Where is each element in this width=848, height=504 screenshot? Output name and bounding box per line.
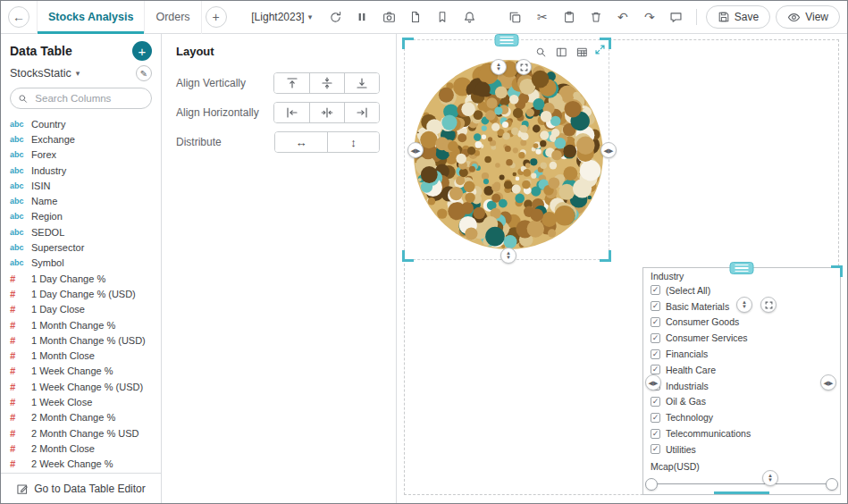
add-dashboard-button[interactable]: +: [206, 6, 227, 28]
column-item[interactable]: abc Exchange: [10, 131, 161, 147]
tab-orders[interactable]: Orders: [145, 1, 201, 34]
distribute-horizontally-button[interactable]: ↔: [275, 132, 327, 152]
mcap-slider-track[interactable]: [651, 483, 833, 484]
checkbox-checked[interactable]: ✓: [651, 429, 660, 439]
resize-right-handle[interactable]: ◀▶: [600, 142, 617, 158]
search-columns-input[interactable]: [33, 92, 144, 105]
move-vertical-handle[interactable]: ▲ ▼: [736, 297, 752, 313]
column-item[interactable]: # 1 Week Change % (USD): [10, 379, 161, 394]
panel-toggle-button[interactable]: [554, 45, 568, 59]
slider-max-thumb[interactable]: [826, 478, 838, 491]
bottom-resize-bar[interactable]: [714, 491, 769, 494]
column-item[interactable]: abc ISIN: [10, 178, 161, 193]
filter-item[interactable]: ✓ Health Care: [643, 362, 840, 378]
refresh-button[interactable]: [324, 6, 346, 28]
zoom-search-button[interactable]: [533, 45, 548, 59]
notifications-button[interactable]: [458, 6, 480, 28]
column-item[interactable]: # 2 Month Close: [10, 441, 161, 456]
checkbox-checked[interactable]: ✓: [651, 397, 660, 407]
filter-item[interactable]: ✓ Industrials: [643, 378, 840, 394]
paste-button[interactable]: [558, 6, 580, 28]
distribute-vertically-button[interactable]: ↕: [327, 132, 379, 152]
column-item[interactable]: abc Country: [10, 116, 161, 131]
align-left-button[interactable]: [274, 103, 309, 122]
checkbox-checked[interactable]: ✓: [651, 317, 660, 327]
save-button[interactable]: Save: [706, 5, 770, 29]
checkbox-checked[interactable]: ✓: [651, 413, 660, 423]
align-right-button[interactable]: [344, 103, 379, 122]
bubble-chart[interactable]: [405, 40, 610, 261]
comments-button[interactable]: [666, 6, 687, 28]
column-item[interactable]: # 1 Month Change % (USD): [10, 332, 161, 348]
column-item[interactable]: # 1 Day Close: [10, 302, 161, 317]
align-bottom-button[interactable]: [344, 73, 379, 93]
fit-to-frame-handle[interactable]: [516, 59, 532, 75]
view-button[interactable]: View: [776, 5, 840, 29]
column-item[interactable]: abc Forex: [10, 147, 161, 163]
align-top-button[interactable]: [274, 73, 309, 93]
column-item[interactable]: # 1 Week Change %: [10, 364, 161, 379]
fit-to-frame-handle[interactable]: [760, 297, 777, 313]
checkbox-checked[interactable]: ✓: [651, 301, 660, 311]
checkbox-checked[interactable]: ✓: [651, 285, 660, 295]
align-middle-button[interactable]: [309, 73, 344, 93]
column-item[interactable]: # 1 Month Change %: [10, 317, 161, 332]
table-view-button[interactable]: [575, 45, 589, 59]
add-data-table-button[interactable]: +: [132, 41, 152, 61]
cut-button[interactable]: ✂: [532, 6, 553, 28]
edit-data-table-button[interactable]: ✎: [136, 65, 152, 81]
resize-left-handle[interactable]: ◀▶: [407, 142, 424, 158]
column-item[interactable]: # 1 Day Change % (USD): [10, 286, 161, 301]
column-item[interactable]: # 1 Month Close: [10, 348, 161, 363]
go-to-data-table-editor-button[interactable]: Go to Data Table Editor: [1, 473, 161, 504]
move-vertical-handle[interactable]: ▲ ▼: [491, 59, 507, 75]
delete-button[interactable]: [585, 6, 607, 28]
filter-item[interactable]: ✓ Utilities: [643, 441, 840, 458]
dashboard-canvas[interactable]: ▲ ▼ ◀▶ ◀▶ ▲ ▼: [397, 34, 847, 504]
checkbox-checked[interactable]: ✓: [651, 444, 660, 454]
resize-right-handle[interactable]: ◀▶: [820, 374, 836, 391]
filter-item[interactable]: ✓ (Select All): [643, 282, 840, 298]
widget-drag-handle[interactable]: [495, 34, 519, 46]
column-item[interactable]: # 2 Week Change %: [10, 457, 161, 472]
align-center-button[interactable]: [309, 103, 344, 122]
resize-bottom-handle[interactable]: ▲ ▼: [500, 248, 516, 264]
column-item[interactable]: # 2 Month Change %: [10, 410, 161, 425]
column-item[interactable]: # 1 Week Close: [10, 394, 161, 409]
column-item[interactable]: abc Industry: [10, 163, 161, 178]
undo-button[interactable]: ↶: [612, 6, 634, 28]
checkbox-checked[interactable]: ✓: [651, 365, 660, 374]
column-item[interactable]: abc Region: [10, 209, 161, 224]
widget-drag-handle[interactable]: [730, 262, 754, 274]
tab-stocks-analysis[interactable]: Stocks Analysis: [38, 1, 145, 34]
filter-item[interactable]: ✓ Technology: [643, 409, 840, 425]
column-item[interactable]: abc Name: [10, 193, 161, 208]
checkbox-checked[interactable]: ✓: [651, 349, 660, 359]
snapshot-button[interactable]: [378, 6, 399, 28]
data-table-selector[interactable]: StocksStatic ▾ ✎: [1, 63, 161, 86]
column-item[interactable]: abc SEDOL: [10, 224, 161, 239]
bookmark-button[interactable]: [432, 6, 453, 28]
copy-button[interactable]: [505, 6, 526, 28]
column-item[interactable]: abc Symbol: [10, 256, 161, 271]
industry-filter-widget[interactable]: Industry ✓ (Select All) ✓: [642, 267, 841, 495]
column-item[interactable]: # 1 Day Change %: [10, 271, 161, 286]
filter-item[interactable]: ✓ Consumer Services: [643, 330, 840, 346]
bubble-visualization-widget[interactable]: ▲ ▼ ◀▶ ◀▶ ▲ ▼: [404, 39, 609, 260]
checkbox-checked[interactable]: ✓: [651, 333, 660, 343]
theme-selector[interactable]: [Light2023] ▾: [251, 11, 312, 23]
column-item[interactable]: abc Supersector: [10, 239, 161, 255]
slider-min-thumb[interactable]: [645, 478, 658, 491]
resize-left-handle[interactable]: ◀▶: [645, 374, 661, 391]
redo-button[interactable]: ↷: [639, 6, 660, 28]
filter-item[interactable]: ✓ Oil & Gas: [643, 394, 840, 410]
export-pdf-button[interactable]: [405, 6, 426, 28]
filter-item[interactable]: ✓ Financials: [643, 346, 840, 362]
maximize-widget-button[interactable]: [594, 43, 606, 59]
column-item[interactable]: # 2 Month Change % USD: [10, 425, 161, 441]
resize-bottom-handle[interactable]: ▲ ▼: [762, 470, 778, 486]
filter-item[interactable]: ✓ Consumer Goods: [643, 315, 840, 331]
back-button[interactable]: ←: [8, 6, 29, 28]
filter-item[interactable]: ✓ Telecommunications: [643, 425, 840, 441]
pause-button[interactable]: [351, 6, 373, 28]
